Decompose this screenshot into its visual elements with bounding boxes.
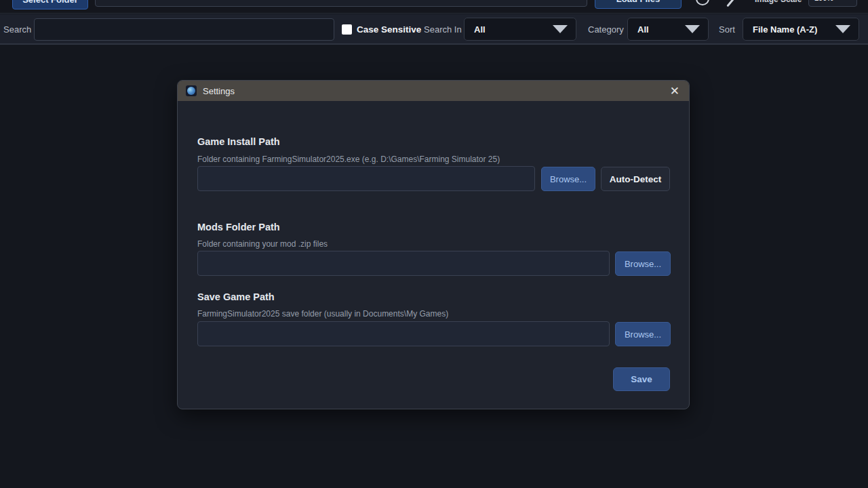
sort-value: File Name (A-Z) bbox=[753, 24, 817, 35]
dialog-title: Settings bbox=[203, 86, 235, 96]
image-scale-dropdown[interactable]: 100% bbox=[808, 0, 857, 7]
sort-dropdown[interactable]: File Name (A-Z) bbox=[743, 18, 859, 41]
section-heading-mods-folder-path: Mods Folder Path bbox=[197, 222, 280, 232]
category-label: Category bbox=[588, 14, 624, 45]
close-icon[interactable]: ✕ bbox=[670, 81, 679, 101]
mods-folder-browse-button[interactable]: Browse... bbox=[615, 251, 671, 276]
save-button[interactable]: Save bbox=[613, 367, 670, 391]
load-files-button[interactable]: Load Files bbox=[595, 0, 682, 9]
case-sensitive-checkbox[interactable] bbox=[342, 24, 352, 35]
image-scale-label: Image Scale bbox=[755, 0, 802, 4]
filter-bar: Search Case Sensitive Search In All Cate… bbox=[0, 14, 868, 45]
auto-detect-button[interactable]: Auto-Detect bbox=[601, 167, 670, 191]
settings-dialog: Settings ✕ Game Install Path Folder cont… bbox=[177, 80, 690, 409]
chevron-down-icon bbox=[685, 25, 700, 33]
select-folder-button[interactable]: Select Folder bbox=[12, 0, 88, 9]
app-icon bbox=[186, 85, 197, 96]
dialog-titlebar[interactable]: Settings ✕ bbox=[178, 81, 689, 101]
save-game-path-input[interactable] bbox=[197, 321, 610, 346]
case-sensitive-label: Case Sensitive bbox=[357, 14, 421, 45]
chevron-down-icon bbox=[835, 25, 850, 33]
section-heading-save-game-path: Save Game Path bbox=[197, 291, 275, 302]
save-game-browse-button[interactable]: Browse... bbox=[615, 322, 671, 346]
gear-icon[interactable] bbox=[696, 0, 709, 5]
category-dropdown[interactable]: All bbox=[627, 18, 709, 41]
chevron-down-icon bbox=[553, 25, 568, 33]
section-description: Folder containing your mod .zip files bbox=[197, 239, 328, 249]
folder-path-input[interactable] bbox=[95, 0, 587, 7]
game-install-browse-button[interactable]: Browse... bbox=[541, 167, 595, 191]
search-in-value: All bbox=[474, 24, 486, 35]
game-install-path-input[interactable] bbox=[197, 166, 535, 191]
search-label: Search bbox=[3, 14, 31, 45]
section-description: FarmingSimulator2025 save folder (usuall… bbox=[197, 309, 448, 319]
wrench-icon[interactable] bbox=[726, 0, 737, 7]
topbar: Select Folder Load Files Image Scale 100… bbox=[0, 0, 868, 14]
search-in-dropdown[interactable]: All bbox=[464, 18, 576, 41]
dialog-body: Game Install Path Folder containing Farm… bbox=[178, 101, 689, 410]
mods-folder-path-input[interactable] bbox=[197, 251, 610, 276]
sort-label: Sort bbox=[719, 14, 735, 45]
category-value: All bbox=[637, 24, 649, 35]
image-scale-value: 100% bbox=[814, 0, 833, 2]
search-in-label: Search In bbox=[424, 14, 462, 45]
section-heading-game-install-path: Game Install Path bbox=[197, 136, 280, 147]
search-input[interactable] bbox=[34, 18, 334, 41]
section-description: Folder containing FarmingSimulator2025.e… bbox=[197, 155, 500, 164]
